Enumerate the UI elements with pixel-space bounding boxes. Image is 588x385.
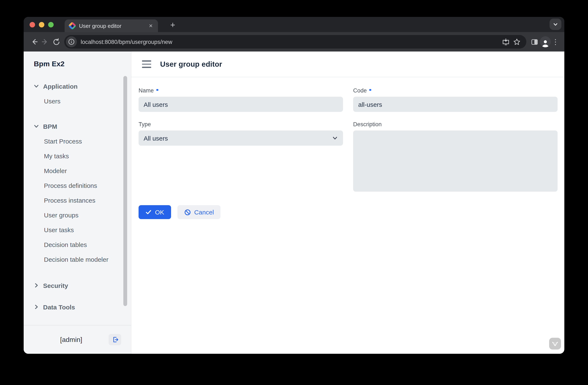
minimize-window-button[interactable] [39,22,44,27]
section-label: Security [43,282,68,289]
address-bar[interactable]: localhost:8080/bpm/usergroups/new [64,35,526,49]
sidebar-item-user-tasks[interactable]: User tasks [24,223,131,237]
app-content: Bpm Ex2 Application Users BPM [24,52,564,354]
chevron-down-icon [33,83,40,89]
browser-tab[interactable]: User group editor × [65,20,158,32]
back-button[interactable] [29,36,40,47]
tab-strip: User group editor × + [24,17,564,32]
description-field-group: Description [353,121,558,193]
required-indicator [369,89,371,91]
sidebar-nav: Application Users BPM Start Process My t… [24,69,131,325]
section-label: Data Tools [43,303,75,310]
forward-button[interactable] [40,36,51,47]
check-icon [145,209,152,215]
sidebar-item-modeler[interactable]: Modeler [24,163,131,178]
sidebar-section-application[interactable]: Application [24,79,131,94]
sidebar-item-user-groups[interactable]: User groups [24,208,131,223]
sidebar-item-decision-tables[interactable]: Decision tables [24,237,131,252]
current-user-label: [admin] [34,336,108,344]
required-indicator [156,89,158,91]
close-window-button[interactable] [30,22,35,27]
logout-button[interactable] [108,334,121,345]
logout-icon [111,336,119,343]
form-actions: OK Cancel [139,205,564,219]
tab-search-button[interactable] [549,19,561,30]
ok-button[interactable]: OK [139,205,171,219]
chevron-down-icon [553,22,558,27]
chevron-right-icon [33,282,40,289]
type-label: Type [139,121,343,127]
sidebar-item-users[interactable]: Users [24,94,131,108]
name-input[interactable] [139,97,343,112]
vaadin-logo-icon [551,340,559,347]
url-text[interactable]: localhost:8080/bpm/usergroups/new [81,39,500,45]
chevron-down-icon [332,135,338,141]
sidebar-footer: [admin] [24,325,131,354]
description-textarea[interactable] [353,130,558,192]
tab-title: User group editor [79,22,147,29]
maximize-window-button[interactable] [48,22,54,27]
sidebar-item-start-process[interactable]: Start Process [24,134,131,149]
sidebar-item-my-tasks[interactable]: My tasks [24,149,131,163]
sidebar-scrollbar[interactable] [123,76,127,306]
site-info-icon[interactable] [66,36,77,47]
sidebar-section-data-tools[interactable]: Data Tools [24,299,131,315]
side-panel-icon[interactable] [529,36,540,47]
window-controls [30,22,54,27]
type-select-value: All users [144,134,332,142]
menu-toggle-button[interactable] [142,60,151,68]
chevron-right-icon [33,304,40,310]
new-tab-button[interactable]: + [167,20,178,31]
section-label: BPM [43,123,57,130]
reload-button[interactable] [51,36,62,47]
screen: User group editor × + [0,0,588,385]
type-select[interactable]: All users [139,130,343,146]
sidebar: Bpm Ex2 Application Users BPM [24,52,131,354]
main-pane: User group editor Name Code [131,52,564,354]
sidebar-section-security[interactable]: Security [24,278,131,293]
code-label: Code [353,87,558,94]
install-app-icon[interactable] [500,36,511,47]
browser-toolbar: localhost:8080/bpm/usergroups/new ⋮ [24,32,564,52]
name-field-group: Name [139,87,343,112]
type-field-group: Type All users [139,121,343,193]
sidebar-item-process-definitions[interactable]: Process definitions [24,178,131,193]
browser-menu-button[interactable]: ⋮ [551,37,560,46]
app-title: Bpm Ex2 [24,52,131,69]
bookmark-star-icon[interactable] [511,36,522,47]
cancel-button[interactable]: Cancel [177,205,220,219]
sidebar-item-decision-table-modeler[interactable]: Decision table modeler [24,252,131,267]
vaadin-devtools-button[interactable] [549,338,561,349]
user-group-form: Name Code Type [131,77,564,193]
sidebar-section-bpm[interactable]: BPM [24,119,131,134]
description-label: Description [353,121,558,127]
ban-icon [184,209,191,216]
profile-avatar[interactable] [540,36,551,47]
sidebar-item-process-instances[interactable]: Process instances [24,193,131,208]
close-tab-icon[interactable]: × [147,22,155,30]
section-label: Application [43,82,78,90]
code-field-group: Code [353,87,558,112]
browser-window: User group editor × + [24,17,564,354]
jmix-favicon-icon [69,22,76,29]
code-input[interactable] [353,97,558,112]
page-title: User group editor [160,60,222,69]
chevron-down-icon [33,123,40,130]
name-label: Name [139,87,343,94]
main-header: User group editor [131,52,564,77]
